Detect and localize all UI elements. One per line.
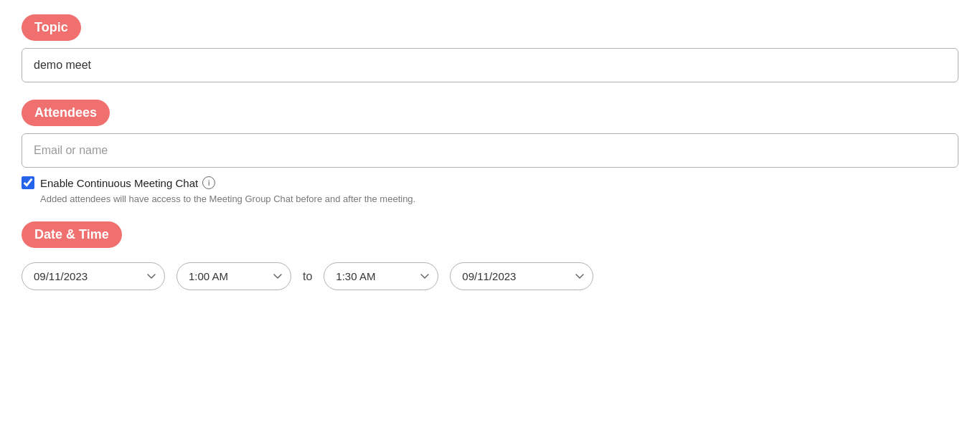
to-label: to [303,270,312,283]
datetime-section: Date & Time 09/11/2023 09/12/2023 09/13/… [22,221,958,290]
datetime-label: Date & Time [22,221,122,248]
info-icon[interactable]: i [202,176,215,189]
continuous-chat-label[interactable]: Enable Continuous Meeting Chat i [40,176,215,189]
start-date-select[interactable]: 09/11/2023 09/12/2023 09/13/2023 [22,262,165,290]
start-time-select[interactable]: 1:00 AM 1:30 AM 2:00 AM [176,262,291,290]
end-date-select[interactable]: 09/11/2023 09/12/2023 09/13/2023 [450,262,593,290]
topic-input[interactable] [22,48,958,82]
end-time-select[interactable]: 1:30 AM 2:00 AM 2:30 AM [324,262,438,290]
attendees-label: Attendees [22,100,110,126]
datetime-row: 09/11/2023 09/12/2023 09/13/2023 1:00 AM… [22,262,958,290]
topic-section: Topic [22,14,958,82]
continuous-chat-checkbox[interactable] [22,176,34,189]
attendees-section: Attendees Enable Continuous Meeting Chat… [22,100,958,204]
attendees-hint: Added attendees will have access to the … [40,193,958,204]
topic-label: Topic [22,14,81,41]
attendees-input[interactable] [22,133,958,168]
continuous-chat-row: Enable Continuous Meeting Chat i [22,176,958,189]
